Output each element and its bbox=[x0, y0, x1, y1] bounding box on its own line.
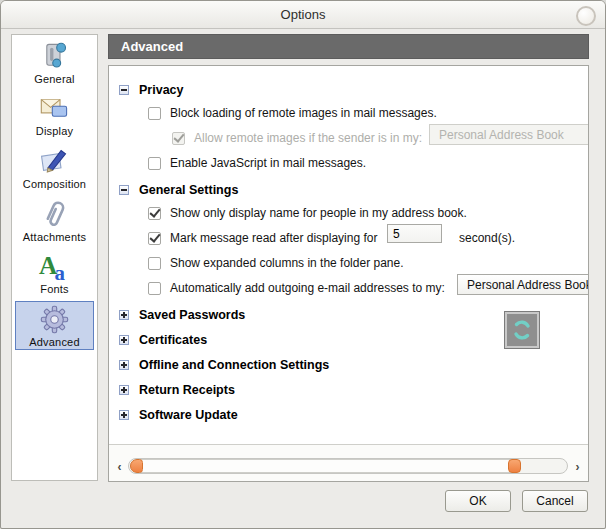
close-icon[interactable] bbox=[576, 6, 596, 26]
display-icon bbox=[15, 92, 94, 125]
fonts-icon: A a bbox=[15, 250, 94, 283]
section-title: Offline and Connection Settings bbox=[139, 358, 329, 372]
sidebar-item-composition[interactable]: Composition bbox=[15, 144, 94, 193]
allow-remote-addressbook-dropdown: Personal Address Book bbox=[429, 124, 589, 145]
category-sidebar: General Display Composition bbox=[11, 34, 98, 481]
allow-remote-label: Allow remote images if the sender is in … bbox=[194, 131, 422, 145]
svg-text:a: a bbox=[55, 261, 66, 283]
section-title: Saved Passwords bbox=[139, 308, 245, 322]
scrollbar-grip-right[interactable] bbox=[508, 459, 521, 473]
advanced-icon bbox=[16, 303, 93, 336]
sidebar-item-label: Attachments bbox=[15, 231, 94, 243]
attachments-icon bbox=[15, 198, 94, 231]
panel-header: Advanced bbox=[108, 34, 589, 59]
window-title: Options bbox=[1, 7, 605, 22]
show-display-name-label: Show only display name for people in my … bbox=[170, 206, 467, 220]
expand-plus-icon[interactable] bbox=[119, 360, 129, 370]
dropdown-arrow-icon bbox=[588, 125, 589, 144]
sidebar-item-general[interactable]: General bbox=[15, 39, 94, 88]
expand-plus-icon[interactable] bbox=[119, 310, 129, 320]
scrollbar-grip-left[interactable] bbox=[130, 459, 143, 473]
scrollbar-thumb[interactable] bbox=[130, 459, 521, 473]
mark-read-suffix: second(s). bbox=[459, 231, 515, 245]
block-images-checkbox[interactable] bbox=[148, 107, 161, 120]
collapse-minus-icon[interactable] bbox=[119, 185, 129, 195]
advanced-panel-content: Privacy Block loading of remote images i… bbox=[108, 65, 589, 482]
auto-add-checkbox[interactable] bbox=[148, 282, 161, 295]
allow-remote-addressbook-value: Personal Address Book bbox=[439, 128, 564, 142]
block-images-row: Block loading of remote images in mail m… bbox=[148, 104, 437, 122]
block-images-label: Block loading of remote images in mail m… bbox=[170, 106, 437, 120]
sidebar-item-display[interactable]: Display bbox=[15, 91, 94, 140]
section-title: Certificates bbox=[139, 333, 207, 347]
section-saved-passwords: Saved Passwords bbox=[119, 306, 245, 324]
expanded-columns-label: Show expanded columns in the folder pane… bbox=[170, 256, 404, 270]
auto-add-row: Automatically add outgoing e-mail addres… bbox=[148, 279, 445, 297]
section-title: Return Receipts bbox=[139, 383, 235, 397]
mark-read-row: Mark message read after displaying for bbox=[148, 229, 377, 247]
mark-read-checkbox[interactable] bbox=[148, 232, 161, 245]
allow-remote-row: Allow remote images if the sender is in … bbox=[172, 129, 422, 147]
panel-title: Advanced bbox=[121, 39, 183, 54]
auto-add-label: Automatically add outgoing e-mail addres… bbox=[170, 281, 445, 295]
allow-remote-checkbox bbox=[172, 132, 185, 145]
enable-js-label: Enable JavaScript in mail messages. bbox=[170, 156, 366, 170]
cancel-button[interactable]: Cancel bbox=[522, 490, 588, 512]
section-return-receipts: Return Receipts bbox=[119, 381, 235, 399]
expanded-columns-row: Show expanded columns in the folder pane… bbox=[148, 254, 404, 272]
expand-plus-icon[interactable] bbox=[119, 335, 129, 345]
section-certificates: Certificates bbox=[119, 331, 207, 349]
mark-read-suffix-row: second(s). bbox=[459, 229, 515, 247]
section-privacy: Privacy bbox=[119, 81, 183, 99]
general-icon bbox=[15, 40, 94, 73]
expand-plus-icon[interactable] bbox=[119, 385, 129, 395]
scroll-left-icon[interactable]: ‹ bbox=[112, 458, 127, 475]
composition-icon bbox=[15, 145, 94, 178]
section-software-update: Software Update bbox=[119, 406, 238, 424]
show-display-name-checkbox[interactable] bbox=[148, 207, 161, 220]
expanded-columns-checkbox[interactable] bbox=[148, 257, 161, 270]
expand-plus-icon[interactable] bbox=[119, 410, 129, 420]
show-display-name-row: Show only display name for people in my … bbox=[148, 204, 467, 222]
mark-read-seconds-input[interactable] bbox=[387, 224, 442, 243]
enable-js-row: Enable JavaScript in mail messages. bbox=[148, 154, 366, 172]
sidebar-item-advanced[interactable]: Advanced bbox=[15, 301, 94, 350]
sync-refresh-icon bbox=[510, 318, 534, 342]
sync-button[interactable] bbox=[505, 312, 539, 348]
auto-add-addressbook-value: Personal Address Book bbox=[467, 278, 589, 292]
enable-js-checkbox[interactable] bbox=[148, 157, 161, 170]
sidebar-item-label: Advanced bbox=[16, 336, 93, 348]
scrollbar-track[interactable] bbox=[128, 458, 568, 474]
auto-add-addressbook-dropdown[interactable]: Personal Address Book bbox=[457, 274, 589, 295]
ok-button[interactable]: OK bbox=[445, 490, 511, 512]
options-dialog: Options General D bbox=[0, 0, 606, 529]
sidebar-item-fonts[interactable]: A a Fonts bbox=[15, 249, 94, 298]
mark-read-label: Mark message read after displaying for bbox=[170, 231, 377, 245]
collapse-minus-icon[interactable] bbox=[119, 85, 129, 95]
sidebar-item-label: General bbox=[15, 73, 94, 85]
section-offline-connection: Offline and Connection Settings bbox=[119, 356, 329, 374]
section-title: General Settings bbox=[139, 183, 238, 197]
sidebar-item-attachments[interactable]: Attachments bbox=[15, 197, 94, 246]
sidebar-item-label: Fonts bbox=[15, 283, 94, 295]
sidebar-item-label: Composition bbox=[15, 178, 94, 190]
titlebar[interactable]: Options bbox=[1, 1, 605, 29]
scroll-right-icon[interactable]: › bbox=[570, 458, 585, 475]
section-general-settings: General Settings bbox=[119, 181, 238, 199]
section-title: Privacy bbox=[139, 83, 183, 97]
horizontal-scrollbar: ‹ › bbox=[109, 445, 588, 481]
sidebar-item-label: Display bbox=[15, 125, 94, 137]
section-title: Software Update bbox=[139, 408, 238, 422]
